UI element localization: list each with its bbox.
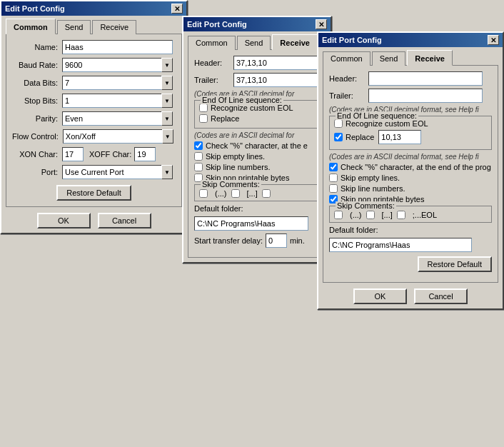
port-input[interactable] — [62, 165, 173, 179]
tab-bar-3: Common Send Receive — [323, 51, 498, 66]
tab-bar-2: Common Send Receive — [188, 36, 326, 50]
replace-input-3[interactable] — [378, 130, 421, 144]
comments-square-check-3[interactable] — [366, 211, 375, 219]
recognize-eol-label-3: Recognize custom EOL — [346, 119, 428, 128]
xoff-char-input[interactable] — [134, 147, 156, 161]
skip-empty-row-3: Skip empty lines. — [329, 174, 492, 182]
tab-common-2[interactable]: Common — [188, 36, 236, 50]
window-1: Edit Port Config ✕ Common Send Receive N… — [0, 0, 188, 234]
tab-common-3[interactable]: Common — [323, 51, 371, 66]
flow-control-dropdown[interactable]: ▼ — [162, 129, 173, 144]
default-folder-label-3: Default folder: — [329, 226, 378, 234]
parity-dropdown[interactable]: ▼ — [161, 111, 173, 126]
data-bits-input[interactable] — [62, 76, 173, 90]
check-pct-check-3[interactable] — [329, 163, 338, 171]
check-pct-check-2[interactable] — [194, 141, 203, 150]
trailer-input-3[interactable] — [368, 89, 483, 103]
baud-rate-input[interactable] — [62, 58, 173, 72]
bottom-buttons-3: OK Cancel — [323, 288, 498, 304]
skip-numbers-row-3: Skip line numbers. — [329, 184, 492, 193]
xon-char-input[interactable] — [62, 147, 84, 161]
stop-bits-input[interactable] — [62, 94, 173, 108]
skip-empty-label-2: Skip empty lines. — [206, 152, 265, 161]
port-dropdown[interactable]: ▼ — [161, 165, 173, 179]
parity-input[interactable] — [62, 111, 173, 126]
replace-row-3: Replace — [334, 130, 487, 144]
skip-empty-check-2[interactable] — [194, 152, 203, 161]
cancel-button-3[interactable]: Cancel — [414, 288, 468, 304]
baud-rate-row: Baud Rate: ▼ — [12, 58, 176, 72]
comments-eol-check-3[interactable] — [397, 211, 405, 219]
xon-xoff-row: XON Char: XOFF Char: — [12, 147, 176, 161]
tab-receive-2[interactable]: Receive — [272, 34, 318, 50]
comments-round-check-3[interactable] — [334, 211, 343, 219]
restore-default-button-3[interactable]: Restore Default — [418, 256, 492, 272]
tab-content-3: Header: Trailer: (Codes are in ASCII dec… — [323, 65, 498, 283]
start-transfer-input-2[interactable] — [266, 233, 287, 248]
comments-eol-check-2[interactable] — [262, 189, 271, 198]
comments-square-check-2[interactable] — [231, 189, 240, 198]
name-row: Name: — [12, 40, 176, 54]
cancel-button-1[interactable]: Cancel — [98, 213, 151, 228]
data-bits-dropdown[interactable]: ▼ — [161, 76, 173, 90]
skip-empty-check-3[interactable] — [329, 174, 338, 182]
recognize-eol-check-2[interactable] — [199, 104, 208, 112]
tab-receive-3[interactable]: Receive — [407, 50, 453, 66]
close-button-1[interactable]: ✕ — [171, 4, 183, 14]
recognize-eol-row-2: Recognize custom EOL — [199, 104, 315, 112]
replace-check-3[interactable] — [334, 133, 343, 141]
close-button-3[interactable]: ✕ — [488, 35, 499, 45]
skip-numbers-check-2[interactable] — [194, 163, 203, 171]
name-input[interactable] — [62, 40, 173, 54]
comments-square-label-3: [...] — [382, 211, 393, 219]
trailer-input-2[interactable] — [233, 73, 326, 87]
stop-bits-label: Stop Bits: — [12, 96, 62, 105]
flow-control-row: Flow Control: ▼ — [12, 129, 176, 144]
header-row-2: Header: — [194, 56, 320, 70]
tab-common-1[interactable]: Common — [6, 19, 56, 34]
header-label-2: Header: — [194, 59, 233, 67]
header-input-2[interactable] — [233, 56, 326, 70]
tab-send-3[interactable]: Send — [372, 51, 406, 66]
ok-button-3[interactable]: OK — [353, 288, 407, 304]
header-row-3: Header: — [329, 71, 492, 86]
close-button-2[interactable]: ✕ — [316, 19, 327, 29]
skip-numbers-label-3: Skip line numbers. — [341, 184, 405, 193]
skip-numbers-check-3[interactable] — [329, 184, 338, 193]
tab-send-1[interactable]: Send — [57, 20, 91, 34]
tab-content-2: Header: Trailer: (Codes are in ASCII dec… — [188, 49, 326, 258]
data-bits-label: Data Bits: — [12, 79, 62, 87]
replace-check-2[interactable] — [199, 114, 208, 123]
recognize-eol-check-3[interactable] — [334, 119, 343, 128]
title-bar-3: Edit Port Config ✕ — [318, 33, 503, 47]
restore-default-button-1[interactable]: Restore Default — [56, 185, 131, 201]
title-3: Edit Port Config — [322, 36, 382, 44]
trailer-row-2: Trailer: — [194, 73, 320, 87]
skip-comments-group-2: Skip Comments: (...) [...] — [194, 184, 320, 201]
tab-send-2[interactable]: Send — [237, 36, 271, 50]
start-transfer-label-2: Start transfer delay: — [194, 236, 263, 245]
recognize-eol-label-2: Recognize custom EOL — [211, 104, 293, 112]
check-pct-row-2: Check "%" character, at the e — [194, 141, 320, 150]
window-3: Edit Port Config ✕ Common Send Receive H… — [317, 31, 504, 310]
check-pct-row-3: Check "%" character, at the end of the p… — [329, 163, 492, 171]
default-folder-input-3[interactable] — [329, 238, 472, 252]
stop-bits-dropdown[interactable]: ▼ — [161, 94, 173, 108]
ok-button-1[interactable]: OK — [37, 213, 91, 228]
min-label-2: min. — [290, 236, 305, 245]
recognize-eol-row-3: Recognize custom EOL — [334, 119, 487, 128]
comments-round-label-2: (...) — [215, 189, 227, 198]
comments-round-label-3: (...) — [350, 211, 362, 219]
comments-round-check-2[interactable] — [199, 189, 208, 198]
baud-rate-dropdown[interactable]: ▼ — [161, 58, 173, 72]
skip-numbers-row-2: Skip line numbers. — [194, 163, 320, 171]
comments-square-label-2: [...] — [247, 189, 258, 198]
default-folder-input-2[interactable] — [194, 216, 308, 231]
tab-receive-1[interactable]: Receive — [92, 20, 136, 34]
bottom-buttons-1: OK Cancel — [6, 213, 182, 228]
replace-label-3: Replace — [346, 133, 374, 141]
header-input-3[interactable] — [368, 71, 483, 86]
eol-group-label-3: End Of Line sequence: — [336, 111, 418, 120]
parity-label: Parity: — [12, 114, 62, 123]
flow-control-input[interactable] — [63, 129, 173, 144]
